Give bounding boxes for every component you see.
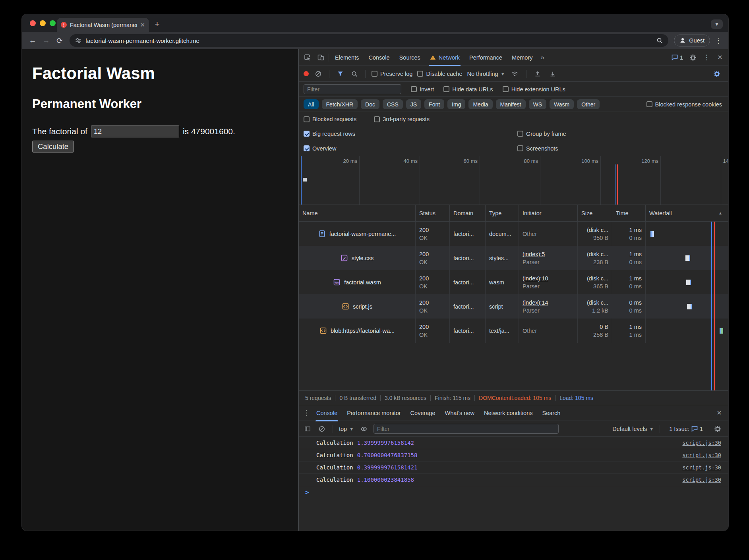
table-row[interactable]: WA factorial.wasm 200OK factori... wasm … bbox=[299, 270, 728, 294]
factorial-input[interactable] bbox=[91, 126, 179, 137]
drawer-tab-search[interactable]: Search bbox=[537, 405, 565, 421]
overview-checkbox[interactable]: Overview bbox=[304, 145, 336, 152]
log-levels-dropdown[interactable]: Default levels ▼ bbox=[612, 426, 654, 432]
message-source-link[interactable]: script.js:30 bbox=[682, 440, 721, 446]
devtools-settings-icon[interactable] bbox=[686, 51, 700, 64]
chip-all[interactable]: All bbox=[304, 99, 319, 109]
column-header-waterfall[interactable]: Waterfall ▲ bbox=[646, 205, 728, 221]
inspect-element-icon[interactable] bbox=[300, 51, 314, 64]
chip-img[interactable]: Img bbox=[447, 99, 465, 109]
drawer-tab-coverage[interactable]: Coverage bbox=[406, 405, 440, 421]
group-by-frame-checkbox[interactable]: Group by frame bbox=[517, 131, 566, 137]
disable-cache-checkbox[interactable]: Disable cache bbox=[417, 71, 462, 77]
network-filter-input[interactable] bbox=[304, 84, 401, 94]
tab-sources[interactable]: Sources bbox=[395, 49, 425, 66]
execution-context-dropdown[interactable]: top ▼ bbox=[339, 426, 354, 432]
devtools-close-icon[interactable]: ✕ bbox=[713, 51, 727, 64]
preserve-log-checkbox[interactable]: Preserve log bbox=[372, 71, 412, 77]
tab-elements[interactable]: Elements bbox=[330, 49, 364, 66]
initiator-link[interactable]: (index):5 bbox=[523, 250, 574, 258]
more-tabs-icon[interactable]: » bbox=[537, 54, 547, 62]
screenshots-checkbox[interactable]: Screenshots bbox=[517, 145, 558, 152]
drawer-tab-performance-monitor[interactable]: Performance monitor bbox=[342, 405, 405, 421]
tab-console[interactable]: Console bbox=[364, 49, 394, 66]
drawer-tab-console[interactable]: Console bbox=[312, 405, 342, 421]
console-sidebar-icon[interactable] bbox=[303, 422, 312, 436]
issues-counter[interactable]: 1 bbox=[668, 54, 686, 61]
console-message[interactable]: Calculation 1.399999976158142 script.js:… bbox=[299, 437, 728, 449]
hide-data-urls-checkbox[interactable]: Hide data URLs bbox=[443, 86, 493, 93]
search-icon[interactable] bbox=[350, 67, 359, 81]
drawer-tab-network-conditions[interactable]: Network conditions bbox=[479, 405, 538, 421]
table-row[interactable]: blob:https://factorial-wa... 200OK facto… bbox=[299, 319, 728, 343]
column-header-initiator[interactable]: Initiator bbox=[519, 205, 578, 221]
device-toolbar-icon[interactable] bbox=[314, 51, 327, 64]
chip-manifest[interactable]: Manifest bbox=[496, 99, 526, 109]
tab-performance[interactable]: Performance bbox=[464, 49, 507, 66]
chip-doc[interactable]: Doc bbox=[361, 99, 379, 109]
initiator-link[interactable]: (index):10 bbox=[523, 274, 574, 282]
tab-memory[interactable]: Memory bbox=[507, 49, 537, 66]
tab-search-button[interactable]: ▼ bbox=[711, 19, 723, 29]
network-conditions-icon[interactable] bbox=[510, 67, 520, 81]
minimize-window-button[interactable] bbox=[40, 20, 46, 26]
url-bar[interactable]: factorial-wasm-permanent-worker.glitch.m… bbox=[70, 34, 668, 47]
tab-network[interactable]: Network bbox=[425, 49, 464, 66]
column-header-time[interactable]: Time bbox=[612, 205, 646, 221]
column-header-type[interactable]: Type bbox=[486, 205, 519, 221]
drawer-tab-whats-new[interactable]: What's new bbox=[440, 405, 479, 421]
console-prompt[interactable]: > bbox=[299, 486, 728, 498]
console-settings-icon[interactable] bbox=[711, 422, 724, 436]
throttling-dropdown[interactable]: No throttling ▼ bbox=[467, 71, 505, 77]
maximize-window-button[interactable] bbox=[50, 20, 56, 26]
blocked-requests-checkbox[interactable]: Blocked requests bbox=[304, 116, 356, 122]
reload-button[interactable]: ⟳ bbox=[53, 34, 66, 47]
table-row[interactable]: factorial-wasm-permane... 200OK factori.… bbox=[299, 222, 728, 246]
column-header-domain[interactable]: Domain bbox=[450, 205, 486, 221]
back-button[interactable]: ← bbox=[26, 34, 39, 47]
clear-icon[interactable] bbox=[314, 67, 323, 81]
network-overview-timeline[interactable]: 20 ms 40 ms 60 ms 80 ms 100 ms 120 ms 14 bbox=[299, 156, 728, 205]
clear-console-icon[interactable] bbox=[317, 422, 327, 436]
drawer-close-icon[interactable]: ✕ bbox=[712, 406, 726, 420]
console-issues-counter[interactable]: 1 Issue: 1 bbox=[666, 426, 706, 432]
third-party-requests-checkbox[interactable]: 3rd-party requests bbox=[374, 116, 430, 122]
chip-css[interactable]: CSS bbox=[383, 99, 403, 109]
big-request-rows-checkbox[interactable]: Big request rows bbox=[304, 131, 355, 137]
tab-close-icon[interactable]: ✕ bbox=[140, 21, 145, 29]
drawer-menu-icon[interactable]: ⋮ bbox=[301, 406, 312, 420]
hide-extension-urls-checkbox[interactable]: Hide extension URLs bbox=[503, 86, 565, 93]
record-button[interactable] bbox=[304, 71, 309, 76]
forward-button[interactable]: → bbox=[39, 34, 53, 47]
browser-menu-icon[interactable]: ⋮ bbox=[712, 36, 724, 45]
blocked-response-cookies-checkbox[interactable]: Blocked response cookies bbox=[646, 101, 722, 108]
message-source-link[interactable]: script.js:30 bbox=[682, 477, 721, 483]
table-row[interactable]: script.js 200OK factori... script (index… bbox=[299, 294, 728, 319]
message-source-link[interactable]: script.js:30 bbox=[682, 452, 721, 458]
export-har-icon[interactable] bbox=[548, 67, 558, 81]
filter-icon[interactable] bbox=[335, 67, 345, 81]
import-har-icon[interactable] bbox=[532, 67, 543, 81]
devtools-menu-icon[interactable]: ⋮ bbox=[700, 51, 713, 64]
column-header-size[interactable]: Size bbox=[578, 205, 612, 221]
network-settings-gear-icon[interactable] bbox=[710, 67, 724, 81]
column-header-name[interactable]: Name bbox=[299, 205, 416, 221]
invert-checkbox[interactable]: Invert bbox=[411, 86, 434, 93]
console-filter-input[interactable] bbox=[374, 424, 559, 434]
chip-media[interactable]: Media bbox=[468, 99, 492, 109]
chip-font[interactable]: Font bbox=[424, 99, 444, 109]
console-message[interactable]: Calculation 0.7000000476837158 script.js… bbox=[299, 449, 728, 462]
table-row[interactable]: style.css 200OK factori... styles... (in… bbox=[299, 246, 728, 270]
site-settings-icon[interactable] bbox=[75, 37, 81, 44]
column-header-status[interactable]: Status bbox=[416, 205, 450, 221]
chip-js[interactable]: JS bbox=[406, 99, 421, 109]
chip-fetch-xhr[interactable]: Fetch/XHR bbox=[322, 99, 358, 109]
chip-other[interactable]: Other bbox=[577, 99, 600, 109]
message-source-link[interactable]: script.js:30 bbox=[682, 464, 721, 471]
console-message[interactable]: Calculation 0.3999999761581421 script.js… bbox=[299, 462, 728, 474]
console-message[interactable]: Calculation 1.100000023841858 script.js:… bbox=[299, 474, 728, 486]
live-expression-eye-icon[interactable] bbox=[358, 422, 369, 436]
browser-tab[interactable]: ! Factorial Wasm (permanent W ✕ bbox=[57, 18, 149, 32]
initiator-link[interactable]: (index):14 bbox=[523, 299, 574, 307]
new-tab-button[interactable]: + bbox=[155, 20, 160, 29]
